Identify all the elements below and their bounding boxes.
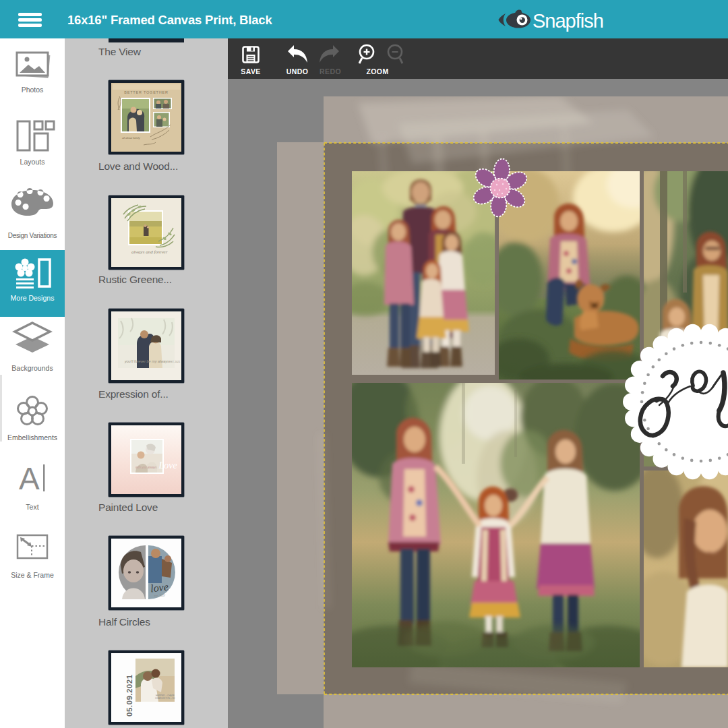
svg-text:EST. 2021: EST. 2021	[169, 361, 180, 363]
svg-text:Snapfish: Snapfish	[533, 10, 603, 32]
svg-text:all about family: all about family	[122, 136, 141, 140]
svg-text:BETTER TOGETHER: BETTER TOGETHER	[124, 90, 169, 94]
svg-text:CHARLESTON + SC: CHARLESTON + SC	[155, 697, 175, 700]
svg-text:always and forever: always and forever	[131, 249, 168, 255]
svg-text:est. 2017: est. 2017	[154, 594, 166, 597]
svg-text:05.09.2021: 05.09.2021	[125, 674, 133, 717]
svg-text:Love: Love	[158, 460, 177, 471]
svg-text:love: love	[150, 581, 169, 595]
svg-text:you'll forever be my always: you'll forever be my always	[124, 359, 169, 363]
svg-text:A: A	[19, 464, 40, 493]
svg-text:with you always: with you always	[135, 466, 157, 469]
